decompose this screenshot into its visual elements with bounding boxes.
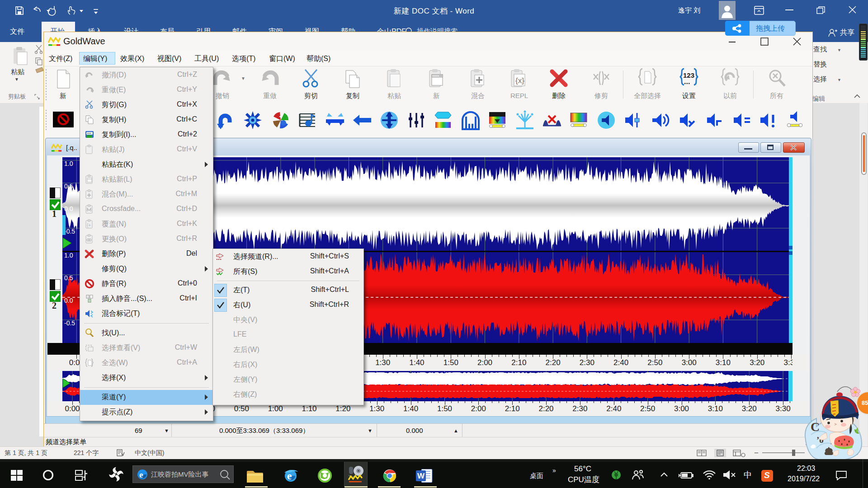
svg-text:...: ... — [684, 78, 690, 85]
svg-text:W: W — [417, 472, 425, 480]
svg-text:-0.5: -0.5 — [64, 228, 75, 235]
svg-text:{x}: {x} — [515, 76, 524, 85]
svg-text:0.0: 0.0 — [64, 297, 73, 304]
svg-text:{+: {+ — [87, 223, 91, 228]
svg-text:0.5: 0.5 — [64, 274, 73, 282]
svg-text:C: C — [811, 420, 820, 434]
svg-text:e: e — [139, 470, 143, 479]
svg-text:-0.5: -0.5 — [64, 319, 75, 327]
svg-text:0.0: 0.0 — [64, 205, 73, 212]
svg-text:0.5: 0.5 — [64, 183, 73, 190]
svg-text:1.0: 1.0 — [64, 252, 73, 259]
svg-text:1.0: 1.0 — [64, 160, 73, 167]
